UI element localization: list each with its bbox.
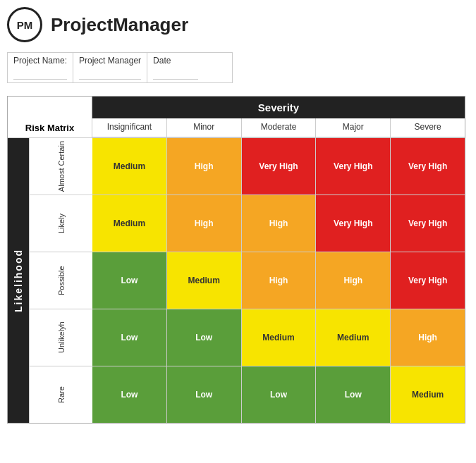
risk-cell: Medium: [391, 366, 465, 423]
matrix-row: LikelyMediumHighHighVery HighVery High: [29, 195, 465, 252]
risk-cell: Medium: [92, 138, 167, 195]
matrix-row: PossibleLowMediumHighHighVery High: [29, 252, 465, 309]
risk-cell: Very High: [316, 138, 391, 195]
risk-cell: Very High: [391, 138, 465, 195]
risk-matrix: Severity Severity Risk Matrix Insignific…: [7, 96, 465, 424]
matrix-row: RareLowLowLowLowMedium: [29, 366, 465, 423]
col-header-moderate: Moderate: [242, 118, 317, 137]
row-label-unlikelyh: Unlikelyh: [29, 309, 92, 366]
col-header-insignificant: Insignificant: [92, 118, 167, 137]
project-date-value[interactable]: [153, 66, 198, 80]
risk-cell: High: [167, 195, 242, 252]
col-header-major: Major: [316, 118, 391, 137]
risk-cell: Low: [167, 366, 242, 423]
risk-cell: Low: [92, 309, 167, 366]
matrix-row: UnlikelyhLowLowMediumMediumHigh: [29, 309, 465, 366]
risk-cell: Medium: [316, 309, 391, 366]
risk-cell: Very High: [316, 195, 391, 252]
risk-cell: Medium: [92, 195, 167, 252]
likelihood-label-outer: Likelihood: [8, 138, 29, 423]
risk-cell: High: [242, 195, 317, 252]
risk-matrix-label: Risk Matrix: [8, 118, 92, 137]
app-title: ProjectManager: [51, 14, 188, 36]
project-date-label: Date: [147, 53, 204, 82]
risk-cell: Low: [167, 309, 242, 366]
risk-matrix-corner-label: Severity: [8, 97, 92, 118]
data-cells: MediumHighVery HighVery HighVery High: [92, 138, 465, 195]
project-name-value[interactable]: [13, 66, 67, 80]
risk-cell: Low: [242, 366, 317, 423]
risk-cell: Medium: [242, 309, 317, 366]
logo-text: PM: [17, 19, 33, 31]
row-label-rare: Rare: [29, 366, 92, 423]
risk-cell: Very High: [391, 195, 465, 252]
risk-cell: High: [316, 252, 391, 309]
data-cells: LowLowMediumMediumHigh: [92, 309, 465, 366]
project-manager-value[interactable]: [79, 66, 141, 80]
data-cells: MediumHighHighVery HighVery High: [92, 195, 465, 252]
col-header-severe: Severe: [391, 118, 465, 137]
project-manager-label: Project Manager: [73, 53, 147, 82]
risk-cell: Low: [92, 366, 167, 423]
row-label-almost-certain: Almost Certain: [29, 138, 92, 195]
data-cells: LowMediumHighHighVery High: [92, 252, 465, 309]
row-label-likely: Likely: [29, 195, 92, 252]
risk-cell: Very High: [391, 252, 465, 309]
risk-cell: High: [242, 252, 317, 309]
severity-header: Severity: [92, 97, 465, 118]
risk-cell: Medium: [167, 252, 242, 309]
col-headers: InsignificantMinorModerateMajorSevere: [92, 118, 465, 137]
risk-cell: Low: [92, 252, 167, 309]
risk-cell: Low: [316, 366, 391, 423]
project-info-bar: Project Name: Project Manager Date: [7, 52, 233, 83]
risk-cell: Very High: [242, 138, 317, 195]
project-name-label: Project Name:: [8, 53, 73, 82]
likelihood-label: Likelihood: [13, 249, 24, 312]
matrix-body: Likelihood Almost CertainMediumHighVery …: [8, 138, 465, 423]
data-cells: LowLowLowLowMedium: [92, 366, 465, 423]
matrix-row: Almost CertainMediumHighVery HighVery Hi…: [29, 138, 465, 195]
row-label-possible: Possible: [29, 252, 92, 309]
logo-circle: PM: [7, 7, 42, 42]
rows-container: Almost CertainMediumHighVery HighVery Hi…: [29, 138, 465, 423]
col-header-minor: Minor: [167, 118, 242, 137]
risk-cell: High: [167, 138, 242, 195]
risk-cell: High: [391, 309, 465, 366]
app-header: PM ProjectManager: [7, 7, 469, 42]
